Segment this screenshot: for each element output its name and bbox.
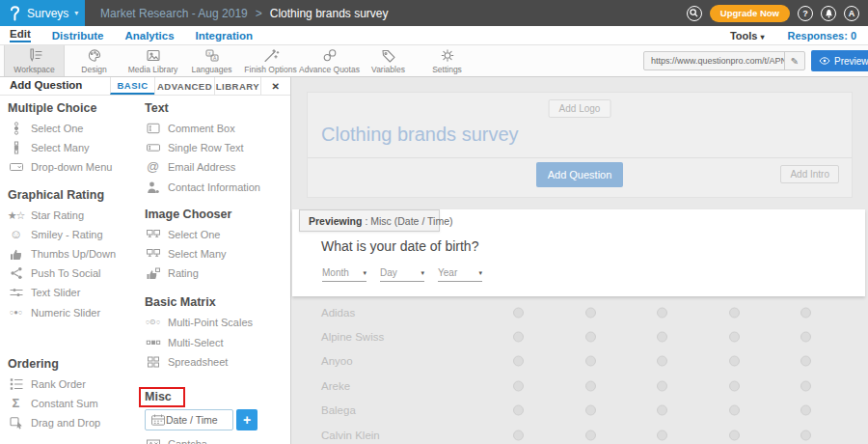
responses-count[interactable]: Responses: 0 (787, 30, 856, 42)
qtype-date-time[interactable]: Date / Time (145, 409, 233, 430)
nav-tab-analytics[interactable]: Analytics (124, 30, 174, 42)
matrix-radio[interactable] (800, 307, 811, 318)
section-image-chooser: Image Chooser (145, 207, 289, 222)
comment-box-icon (145, 122, 161, 135)
matrix-radio[interactable] (585, 356, 596, 367)
section-nav: Edit Distribute Analytics Integration To… (0, 26, 868, 45)
qtype-contact-information[interactable]: Contact Information (145, 178, 289, 197)
survey-url-field[interactable]: https://www.questionpro.com/t/APNrfZ ✎ (643, 51, 805, 70)
add-intro-button[interactable]: Add Intro (780, 165, 839, 183)
matrix-row-label: Anyoo (321, 355, 353, 367)
matrix-radio[interactable] (729, 380, 740, 391)
matrix-row: Alpine Swiss (291, 324, 868, 348)
qtype-dropdown-menu[interactable]: Drop-down Menu (8, 157, 135, 177)
add-date-time-button[interactable]: + (236, 409, 258, 430)
month-select[interactable]: Month ▾ (322, 267, 366, 282)
nav-tab-distribute[interactable]: Distribute (52, 30, 104, 42)
qtype-thumbs-up-down[interactable]: Thumbs Up/Down (8, 244, 135, 264)
preview-button[interactable]: Preview (811, 50, 868, 71)
matrix-radio[interactable] (513, 356, 524, 367)
qtype-select-one[interactable]: Select One (8, 119, 135, 138)
nav-tab-edit[interactable]: Edit (10, 28, 31, 42)
year-select[interactable]: Year ▾ (438, 267, 482, 282)
qtype-select-many[interactable]: Select Many (8, 138, 135, 157)
qtype-rank-order[interactable]: Rank Order (8, 375, 135, 394)
toolbar-variables[interactable]: Variables (359, 45, 418, 76)
qtype-captcha[interactable]: Captcha (145, 434, 289, 444)
matrix-radio[interactable] (657, 332, 667, 343)
matrix-radio[interactable] (800, 380, 811, 391)
qtype-star-rating[interactable]: ★☆ Star Rating (8, 206, 135, 225)
toolbar-design[interactable]: Design (65, 45, 123, 76)
qtype-smiley-rating[interactable]: ☺ Smiley - Rating (8, 225, 135, 244)
product-switcher[interactable]: Surveys ▾ (0, 0, 85, 26)
matrix-radio[interactable] (800, 430, 811, 440)
search-button[interactable] (687, 6, 702, 21)
tab-basic[interactable]: BASIC (110, 77, 154, 95)
matrix-row-label: Adidas (321, 307, 355, 319)
survey-url[interactable]: https://www.questionpro.com/t/APNrfZ (644, 56, 784, 66)
multi-point-icon: ○⊙○ (145, 317, 161, 328)
toolbar-settings[interactable]: Settings (418, 45, 476, 76)
qtype-numeric-slider[interactable]: ○●○ Numeric Slider (8, 303, 135, 322)
nav-tab-integration[interactable]: Integration (196, 30, 253, 42)
day-select[interactable]: Day ▾ (380, 267, 424, 282)
matrix-radio[interactable] (729, 430, 740, 440)
matrix-radio[interactable] (800, 356, 811, 367)
matrix-radio[interactable] (657, 405, 667, 416)
smiley-icon: ☺ (8, 229, 24, 240)
matrix-radio[interactable] (729, 307, 740, 318)
qtype-multi-point-scales[interactable]: ○⊙○ Multi-Point Scales (145, 313, 289, 332)
avatar[interactable]: A (844, 6, 859, 21)
matrix-radio[interactable] (585, 332, 596, 343)
matrix-radio[interactable] (657, 307, 667, 318)
qtype-multi-select[interactable]: Multi-Select (145, 333, 289, 352)
toolbar-media-library[interactable]: Media Library (123, 45, 182, 76)
qtype-comment-box[interactable]: Comment Box (145, 119, 289, 138)
add-question-button[interactable]: Add Question (536, 162, 623, 187)
toolbar-advance-quotas[interactable]: Advance Quotas (300, 45, 359, 76)
notifications-button[interactable] (821, 6, 836, 21)
qtype-single-row-text[interactable]: Single Row Text (145, 138, 289, 157)
toolbar-finish-options[interactable]: Finish Options (241, 45, 300, 76)
tools-menu[interactable]: Tools ▾ (730, 30, 765, 42)
qtype-drag-and-drop[interactable]: Drag and Drop (8, 413, 135, 432)
matrix-radio[interactable] (585, 405, 596, 416)
matrix-radio[interactable] (513, 405, 524, 416)
matrix-radio[interactable] (513, 307, 524, 318)
qtype-text-slider[interactable]: Text Slider (8, 283, 135, 302)
matrix-radio[interactable] (800, 405, 811, 416)
qtype-image-select-one[interactable]: Select One (145, 225, 289, 244)
close-panel-button[interactable]: ✕ (260, 77, 290, 95)
help-button[interactable]: ? (798, 6, 813, 21)
matrix-radio[interactable] (585, 430, 596, 440)
add-logo-button[interactable]: Add Logo (549, 99, 611, 118)
matrix-radio[interactable] (657, 356, 667, 367)
qtype-image-rating[interactable]: Rating (145, 264, 289, 283)
toolbar-workspace[interactable]: Workspace (4, 45, 65, 76)
chevron-down-icon: ▾ (420, 269, 424, 277)
tab-library[interactable]: LIBRARY (214, 77, 260, 95)
survey-title[interactable]: Clothing brands survey (321, 124, 519, 146)
matrix-radio[interactable] (513, 332, 524, 343)
matrix-radio[interactable] (585, 380, 596, 391)
matrix-radio[interactable] (513, 380, 524, 391)
breadcrumb-folder[interactable]: Market Research - Aug 2019 (100, 7, 248, 20)
qtype-constant-sum[interactable]: Σ Constant Sum (8, 394, 135, 413)
matrix-radio[interactable] (657, 430, 667, 440)
matrix-radio[interactable] (800, 332, 811, 343)
toolbar-languages[interactable]: xA Languages (182, 45, 241, 76)
matrix-radio[interactable] (657, 380, 667, 391)
matrix-radio[interactable] (729, 356, 740, 367)
matrix-radio[interactable] (729, 405, 740, 416)
qtype-image-select-many[interactable]: Select Many (145, 244, 289, 264)
qtype-push-to-social[interactable]: Push To Social (8, 264, 135, 283)
edit-url-button[interactable]: ✎ (784, 52, 804, 69)
matrix-radio[interactable] (585, 307, 596, 318)
matrix-radio[interactable] (513, 430, 524, 440)
tab-advanced[interactable]: ADVANCED (154, 77, 214, 95)
upgrade-now-button[interactable]: Upgrade Now (710, 5, 790, 22)
matrix-radio[interactable] (729, 332, 740, 343)
qtype-email-address[interactable]: @ Email Address (145, 157, 289, 177)
qtype-spreadsheet[interactable]: Spreadsheet (145, 352, 289, 372)
